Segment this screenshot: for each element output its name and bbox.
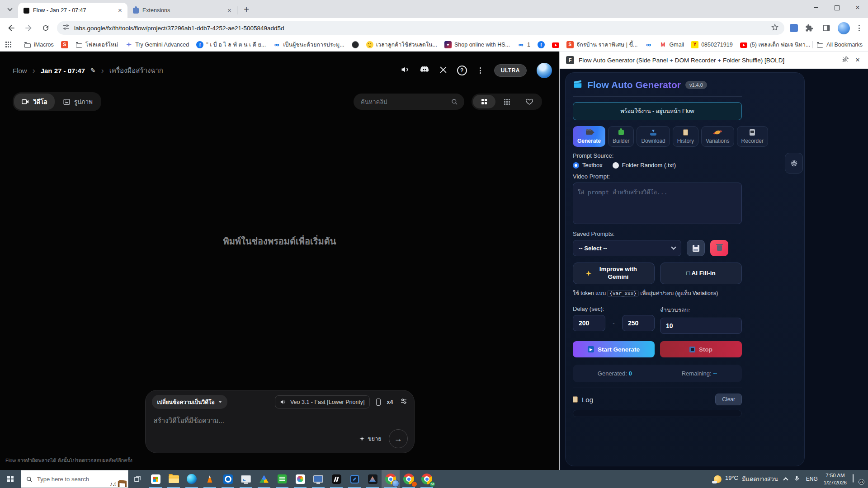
taskbar-app-chrome-1[interactable] — [382, 470, 400, 488]
bookmark-item[interactable]: Gmail — [656, 40, 688, 50]
bookmark-item[interactable]: " เ บื่ อ ไ ล ฟ์ ต น เ ดี ย... — [193, 39, 269, 51]
start-button[interactable] — [0, 470, 21, 488]
bookmark-item[interactable]: 1 — [514, 40, 533, 50]
reload-button[interactable] — [40, 22, 52, 34]
bookmark-item[interactable]: (5) เพลงเด็ก พ่อเจ นิทา... — [737, 39, 812, 51]
taskbar-app-drive[interactable] — [255, 470, 273, 488]
browser-menu-icon[interactable] — [855, 25, 863, 31]
bookmark-star-icon[interactable] — [771, 23, 779, 33]
search-highlight-piano-image[interactable]: ♪♫ — [110, 478, 127, 487]
taskbar-app-store[interactable] — [146, 470, 165, 488]
bookmark-item[interactable]: Try Gemini Advanced — [122, 40, 192, 50]
all-bookmarks-button[interactable]: All Bookmarks — [812, 41, 863, 48]
tab-close-icon[interactable]: × — [116, 7, 124, 14]
taskbar-app-outlook[interactable] — [219, 470, 237, 488]
clear-log-button[interactable]: Clear — [715, 394, 742, 405]
clip-search[interactable] — [354, 94, 464, 110]
expand-button[interactable]: ขยาย — [359, 434, 381, 443]
taskbar-app-capcut[interactable] — [327, 470, 345, 488]
taskbar-app-edge[interactable] — [183, 470, 201, 488]
bookmark-item[interactable]: จักรบ้าน ราคาพิเศษ | ขี้... — [563, 39, 641, 51]
taskbar-app-recorder[interactable] — [237, 470, 255, 488]
panel-tab[interactable]: Download — [637, 126, 670, 147]
favorites-button[interactable] — [518, 95, 541, 108]
panel-tab[interactable]: Recorder — [737, 126, 768, 147]
taskbar-app-file-explorer[interactable] — [165, 470, 183, 488]
breadcrumb-project[interactable]: Jan 27 - 07:47 — [41, 67, 85, 75]
panel-tab[interactable]: Variations — [701, 126, 734, 147]
flow-menu-icon[interactable] — [477, 67, 484, 74]
profile-avatar[interactable] — [838, 22, 850, 34]
rounds-input[interactable] — [660, 318, 742, 334]
aspect-portrait-icon[interactable] — [376, 399, 381, 406]
save-prompt-button[interactable] — [687, 240, 705, 256]
side-panel-close-icon[interactable]: × — [854, 56, 862, 65]
back-button[interactable] — [5, 22, 17, 34]
prompt-mode-button[interactable]: เปลี่ยนข้อความเป็นวิดีโอ — [152, 395, 227, 409]
taskbar-app-vlc[interactable] — [201, 470, 219, 488]
bookmark-item[interactable]: เป็นผู้ชนะด้วยการประมู... — [270, 39, 348, 51]
address-bar[interactable]: labs.google/fx/th/tools/flow/project/372… — [57, 21, 784, 35]
maximize-button[interactable] — [826, 0, 847, 15]
tab-image[interactable]: รูปภาพ — [56, 94, 100, 110]
output-count[interactable]: x4 — [387, 399, 393, 405]
ai-fillin-button[interactable]: □ AI Fill-in — [660, 263, 742, 284]
delete-prompt-button[interactable] — [710, 240, 728, 256]
notification-center[interactable]: 21 — [853, 474, 863, 483]
speaker-icon[interactable] — [401, 65, 410, 76]
bookmark-item[interactable]: เวลาลูกค้าใช้ส่วนลดใน... — [363, 39, 440, 51]
panel-settings-button[interactable] — [785, 153, 803, 174]
bookmark-item[interactable]: iMacros — [21, 40, 57, 50]
extensions-puzzle-icon[interactable] — [803, 22, 815, 34]
model-chip[interactable]: Veo 3.1 - Fast [Lower Priority] — [275, 395, 370, 408]
bookmark-item[interactable] — [642, 40, 656, 50]
tab-search-button[interactable] — [4, 3, 16, 16]
tab-video[interactable]: วิดีโอ — [14, 94, 55, 110]
send-button[interactable]: → — [389, 429, 408, 448]
language-indicator[interactable]: ENG — [806, 476, 818, 482]
view-grid-large-button[interactable] — [473, 95, 495, 108]
taskbar-app-navigator[interactable] — [363, 470, 382, 488]
taskbar-app-frame[interactable] — [345, 470, 363, 488]
new-tab-button[interactable]: + — [240, 3, 253, 16]
pinned-extension-icon[interactable] — [790, 24, 798, 32]
panel-tab[interactable]: Generate — [573, 126, 605, 147]
help-icon[interactable]: ? — [457, 66, 467, 75]
forward-button[interactable] — [23, 22, 34, 34]
site-controls-icon[interactable] — [62, 23, 70, 33]
bookmark-item[interactable] — [534, 40, 548, 50]
tab-close-icon[interactable]: × — [226, 7, 233, 14]
taskbar-search[interactable]: ♪♫ — [21, 470, 128, 488]
clock[interactable]: 7:50 AM 1/27/2026 — [824, 472, 847, 486]
bookmark-item[interactable]: โฟลเดอร์ใหม่ — [72, 39, 121, 51]
taskbar-app-paint[interactable] — [291, 470, 309, 488]
delay-max-input[interactable] — [622, 315, 655, 331]
stop-button[interactable]: Stop — [660, 341, 742, 357]
bookmark-item[interactable] — [58, 40, 71, 50]
start-generate-button[interactable]: ▶ Start Generate — [573, 341, 655, 357]
radio-textbox[interactable]: Textbox — [573, 162, 603, 169]
taskbar-app-imacros[interactable] — [273, 470, 291, 488]
flow-avatar[interactable] — [537, 63, 552, 78]
tray-expand-icon[interactable] — [783, 477, 788, 482]
microphone-icon[interactable] — [793, 475, 800, 483]
view-grid-small-button[interactable] — [495, 95, 518, 108]
panel-tab[interactable]: Builder — [608, 126, 634, 147]
discord-icon[interactable] — [420, 65, 429, 76]
x-logo-icon[interactable] — [439, 66, 447, 75]
taskbar-app-chrome-2[interactable] — [400, 470, 418, 488]
taskbar-app-chrome-3[interactable]: SJ — [418, 470, 436, 488]
radio-folder-random[interactable]: Folder Random (.txt) — [613, 162, 676, 169]
bookmark-item[interactable] — [349, 40, 362, 50]
panel-tab[interactable]: History — [673, 126, 698, 147]
improve-with-gemini-button[interactable]: Improve with Gemini — [573, 263, 655, 284]
close-button[interactable]: × — [847, 0, 868, 15]
bookmark-item[interactable] — [549, 40, 562, 49]
video-prompt-textarea[interactable] — [573, 183, 742, 224]
bookmark-item[interactable]: Shop online with HS... — [441, 40, 513, 50]
side-panel-icon[interactable] — [821, 22, 832, 34]
breadcrumb-root[interactable]: Flow — [13, 67, 27, 75]
apps-grid-icon[interactable] — [5, 42, 11, 47]
edit-pencil-icon[interactable]: ✎ — [90, 67, 96, 74]
saved-prompts-select[interactable]: -- Select -- — [573, 240, 681, 256]
